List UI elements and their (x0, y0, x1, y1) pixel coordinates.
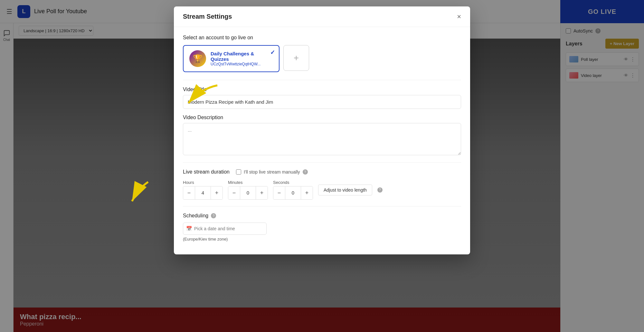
arrow-annotation-2 (126, 179, 155, 208)
select-account-label: Select an account to go live on (183, 35, 461, 41)
hours-value: 4 (195, 186, 211, 199)
adjust-to-video-length-button[interactable]: Adjust to video length (318, 185, 372, 195)
hours-stepper: − 4 + (183, 186, 223, 200)
duration-title: Live stream duration (183, 169, 230, 175)
modal-title: Stream Settings (183, 13, 232, 20)
timezone-note: (Europe/Kiev time zone) (183, 237, 461, 242)
manual-stop-checkbox[interactable] (236, 169, 241, 175)
scheduling-title: Scheduling ? (183, 213, 461, 219)
account-id: UCzQstTvWwttzieQqtHQW... (211, 62, 273, 66)
modal-backdrop: Stream Settings × Select an account to g… (0, 0, 644, 332)
minutes-increment[interactable]: + (256, 186, 268, 199)
minutes-label: Minutes (228, 180, 268, 185)
account-avatar: 🏆 (189, 50, 206, 67)
modal-close-button[interactable]: × (457, 13, 461, 20)
scheduling-help-icon[interactable]: ? (211, 213, 216, 218)
video-title-input[interactable] (183, 95, 461, 109)
modal-body: Select an account to go live on 🏆 Daily … (174, 27, 470, 254)
date-input-wrapper: 📅 (183, 223, 267, 235)
duration-section: Live stream duration I'll stop live stre… (183, 169, 461, 200)
hours-increment[interactable]: + (211, 186, 223, 199)
add-account-button[interactable]: + (283, 45, 309, 71)
manual-stop-label: I'll stop live stream manually (244, 169, 300, 175)
video-title-label: Video Title (183, 87, 461, 92)
seconds-group: Seconds − 0 + (273, 180, 313, 200)
minutes-value: 0 (240, 186, 256, 199)
video-description-input[interactable]: ... (183, 123, 461, 155)
modal-header: Stream Settings × (174, 6, 470, 27)
seconds-decrement[interactable]: − (273, 186, 285, 199)
hours-label: Hours (183, 180, 223, 185)
duration-inputs: Hours − 4 + Minutes − 0 + (183, 180, 461, 200)
hours-decrement[interactable]: − (183, 186, 195, 199)
scheduling-section: Scheduling ? 📅 (Europe/Kiev time zone) (183, 213, 461, 242)
adjust-help-icon[interactable]: ? (377, 187, 383, 193)
minutes-group: Minutes − 0 + (228, 180, 268, 200)
duration-header: Live stream duration I'll stop live stre… (183, 169, 461, 175)
account-name: Daily Challenges & Quizzes (211, 51, 273, 62)
account-info: Daily Challenges & Quizzes UCzQstTvWwttz… (211, 51, 273, 66)
manual-stop-help-icon[interactable]: ? (303, 169, 308, 175)
account-row: 🏆 Daily Challenges & Quizzes UCzQstTvWwt… (183, 45, 461, 72)
seconds-value: 0 (285, 186, 301, 199)
video-description-group: Video Description ... (183, 115, 461, 157)
video-title-group: Video Title (183, 87, 461, 109)
seconds-label: Seconds (273, 180, 313, 185)
seconds-stepper: − 0 + (273, 186, 313, 200)
divider-2 (183, 162, 461, 163)
account-card-selected[interactable]: 🏆 Daily Challenges & Quizzes UCzQstTvWwt… (183, 45, 279, 72)
date-time-input[interactable] (183, 223, 267, 235)
stream-settings-modal: Stream Settings × Select an account to g… (174, 6, 470, 254)
divider-3 (183, 206, 461, 206)
calendar-icon: 📅 (186, 226, 192, 232)
minutes-stepper: − 0 + (228, 186, 268, 200)
divider-1 (183, 80, 461, 80)
account-check-icon: ✓ (270, 49, 275, 56)
seconds-increment[interactable]: + (301, 186, 313, 199)
minutes-decrement[interactable]: − (228, 186, 240, 199)
hours-group: Hours − 4 + (183, 180, 223, 200)
manual-stop-row: I'll stop live stream manually ? (236, 169, 308, 175)
video-description-label: Video Description (183, 115, 461, 120)
